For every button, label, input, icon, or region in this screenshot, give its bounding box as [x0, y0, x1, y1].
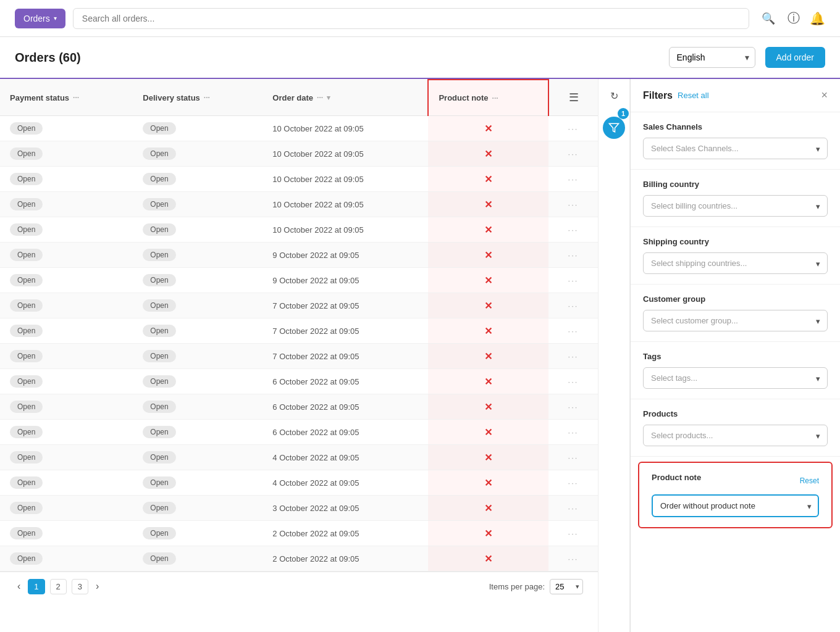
cell-row-menu[interactable]: ··· [548, 394, 598, 420]
cell-row-menu[interactable]: ··· [548, 268, 598, 293]
row-menu-icon[interactable]: ··· [568, 352, 579, 361]
row-menu-icon[interactable]: ··· [568, 402, 579, 412]
row-menu-icon[interactable]: ··· [568, 504, 579, 513]
filter-shipping-country-select[interactable]: Select shipping countries... [643, 252, 828, 274]
cell-delivery-status: Open [133, 546, 262, 572]
top-nav: Orders ▾ 🔍 ⓘ 🔔 [0, 0, 840, 37]
cell-delivery-status: Open [133, 369, 262, 394]
table-row[interactable]: OpenOpen4 October 2022 at 09:05✕··· [0, 445, 598, 470]
cell-product-note: ✕ [428, 470, 548, 496]
col-menu-product-note[interactable]: ··· [492, 94, 498, 102]
table-row[interactable]: OpenOpen10 October 2022 at 09:05✕··· [0, 167, 598, 192]
table-row[interactable]: OpenOpen7 October 2022 at 09:05✕··· [0, 344, 598, 369]
cell-row-menu[interactable]: ··· [548, 420, 598, 445]
cell-row-menu[interactable]: ··· [548, 496, 598, 521]
row-menu-icon[interactable]: ··· [568, 251, 579, 260]
cell-row-menu[interactable]: ··· [548, 243, 598, 268]
search-input[interactable] [73, 8, 749, 29]
delivery-status-badge: Open [143, 527, 175, 539]
row-menu-icon[interactable]: ··· [568, 478, 579, 488]
table-row[interactable]: OpenOpen10 October 2022 at 09:05✕··· [0, 116, 598, 141]
next-page-button[interactable]: › [93, 578, 101, 594]
payment-status-badge: Open [10, 552, 43, 565]
table-row[interactable]: OpenOpen3 October 2022 at 09:05✕··· [0, 496, 598, 521]
filter-product-note-reset-link[interactable]: Reset [800, 476, 819, 485]
cell-row-menu[interactable]: ··· [548, 521, 598, 546]
table-row[interactable]: OpenOpen4 October 2022 at 09:05✕··· [0, 470, 598, 496]
table-row[interactable]: OpenOpen2 October 2022 at 09:05✕··· [0, 546, 598, 572]
close-filters-button[interactable]: × [821, 89, 828, 102]
row-menu-icon[interactable]: ··· [568, 377, 579, 386]
row-menu-icon[interactable]: ··· [568, 326, 579, 336]
cell-row-menu[interactable]: ··· [548, 116, 598, 141]
cell-row-menu[interactable]: ··· [548, 470, 598, 496]
row-menu-icon[interactable]: ··· [568, 529, 579, 538]
notification-bell-icon[interactable]: 🔔 [810, 10, 825, 27]
orders-dropdown-btn[interactable]: Orders ▾ [15, 9, 65, 28]
cell-row-menu[interactable]: ··· [548, 546, 598, 572]
row-menu-icon[interactable]: ··· [568, 554, 579, 563]
cell-row-menu[interactable]: ··· [548, 293, 598, 318]
table-row[interactable]: OpenOpen10 October 2022 at 09:05✕··· [0, 141, 598, 167]
cell-row-menu[interactable]: ··· [548, 445, 598, 470]
product-note-x-icon: ✕ [484, 427, 492, 438]
filter-sales-channels-select[interactable]: Select Sales Channels... [643, 138, 828, 159]
cell-row-menu[interactable]: ··· [548, 318, 598, 344]
search-icon[interactable]: 🔍 [757, 9, 780, 28]
row-menu-icon[interactable]: ··· [568, 124, 579, 133]
refresh-button[interactable]: ↻ [607, 86, 622, 106]
per-page-select[interactable]: 25 50 100 [550, 579, 583, 594]
page-2-button[interactable]: 2 [50, 579, 67, 594]
cell-row-menu[interactable]: ··· [548, 141, 598, 167]
row-menu-icon[interactable]: ··· [568, 453, 579, 462]
row-menu-icon[interactable]: ··· [568, 225, 579, 235]
filter-billing-country-select[interactable]: Select billing countries... [643, 195, 828, 217]
row-menu-icon[interactable]: ··· [568, 276, 579, 285]
cell-row-menu[interactable]: ··· [548, 344, 598, 369]
table-row[interactable]: OpenOpen6 October 2022 at 09:05✕··· [0, 420, 598, 445]
table-row[interactable]: OpenOpen2 October 2022 at 09:05✕··· [0, 521, 598, 546]
table-row[interactable]: OpenOpen9 October 2022 at 09:05✕··· [0, 243, 598, 268]
page-3-button[interactable]: 3 [72, 579, 88, 594]
help-icon[interactable]: ⓘ [788, 10, 800, 27]
filter-product-note-select[interactable]: Order without product note [652, 494, 819, 517]
col-menu-payment[interactable]: ··· [73, 93, 79, 102]
row-menu-icon[interactable]: ··· [568, 200, 579, 209]
cell-order-date: 7 October 2022 at 09:05 [262, 293, 428, 318]
table-row[interactable]: OpenOpen7 October 2022 at 09:05✕··· [0, 318, 598, 344]
table-row[interactable]: OpenOpen6 October 2022 at 09:05✕··· [0, 369, 598, 394]
reset-all-link[interactable]: Reset all [678, 91, 709, 100]
payment-status-badge: Open [10, 223, 43, 236]
table-row[interactable]: OpenOpen10 October 2022 at 09:05✕··· [0, 192, 598, 217]
language-select[interactable]: English [669, 47, 755, 68]
table-row[interactable]: OpenOpen6 October 2022 at 09:05✕··· [0, 394, 598, 420]
cell-row-menu[interactable]: ··· [548, 192, 598, 217]
table-row[interactable]: OpenOpen10 October 2022 at 09:05✕··· [0, 217, 598, 243]
row-menu-icon[interactable]: ··· [568, 301, 579, 310]
cell-delivery-status: Open [133, 394, 262, 420]
table-row[interactable]: OpenOpen7 October 2022 at 09:05✕··· [0, 293, 598, 318]
cell-row-menu[interactable]: ··· [548, 369, 598, 394]
cell-delivery-status: Open [133, 116, 262, 141]
page-title: Orders (60) [15, 51, 81, 65]
cell-row-menu[interactable]: ··· [548, 167, 598, 192]
table-columns-toggle-button[interactable]: ☰ [565, 87, 582, 108]
filter-customer-group-select[interactable]: Select customer group... [643, 310, 828, 331]
row-menu-icon[interactable]: ··· [568, 175, 579, 184]
table-row[interactable]: OpenOpen9 October 2022 at 09:05✕··· [0, 268, 598, 293]
filter-active-button[interactable] [603, 117, 625, 139]
product-note-x-icon: ✕ [484, 528, 492, 539]
cell-order-date: 9 October 2022 at 09:05 [262, 243, 428, 268]
col-menu-delivery[interactable]: ··· [204, 93, 210, 102]
cell-row-menu[interactable]: ··· [548, 217, 598, 243]
sort-icon-date[interactable]: ▾ [327, 94, 330, 102]
filter-tags-select[interactable]: Select tags... [643, 367, 828, 389]
row-menu-icon[interactable]: ··· [568, 149, 579, 159]
page-1-button[interactable]: 1 [28, 579, 44, 594]
row-menu-icon[interactable]: ··· [568, 428, 579, 437]
product-note-x-icon: ✕ [484, 149, 492, 159]
prev-page-button[interactable]: ‹ [15, 578, 23, 594]
add-order-button[interactable]: Add order [765, 47, 825, 68]
col-menu-date[interactable]: ··· [317, 93, 323, 102]
filter-products-select[interactable]: Select products... [643, 425, 828, 446]
